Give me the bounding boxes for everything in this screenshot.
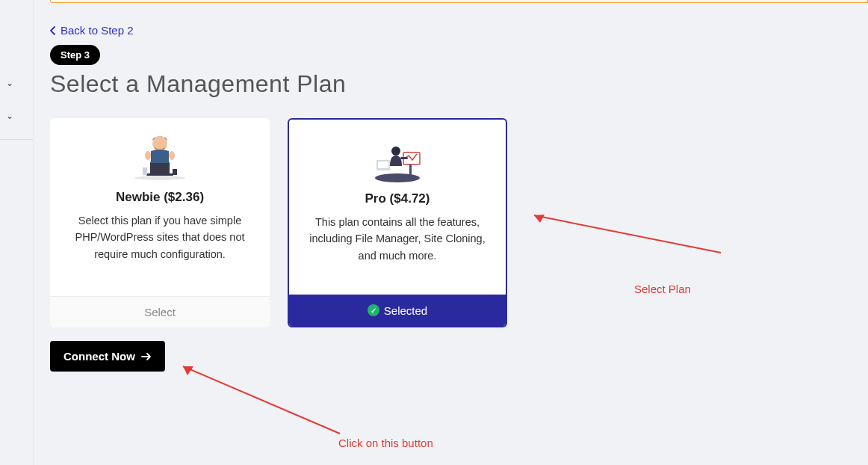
- plan-description: This plan contains all the features, inc…: [304, 214, 491, 264]
- plan-cards: Newbie ($2.36) Select this plan if you h…: [50, 118, 507, 327]
- connect-now-label: Connect Now: [63, 350, 135, 363]
- main-content: Back to Step 2 Step 3 Select a Managemen…: [33, 0, 868, 465]
- select-button[interactable]: Select: [50, 296, 270, 327]
- svg-line-15: [534, 215, 721, 253]
- plan-title: Newbie ($2.36): [116, 190, 204, 205]
- back-link[interactable]: Back to Step 2: [50, 24, 134, 37]
- svg-point-1: [152, 136, 167, 151]
- alert-bar: [50, 0, 868, 3]
- svg-point-0: [134, 176, 185, 180]
- select-button-label: Select: [144, 306, 176, 318]
- plan-title: Pro ($4.72): [365, 191, 430, 206]
- arrow-annotation-icon: [527, 208, 728, 260]
- plan-description: Select this plan if you have simple PHP/…: [65, 212, 255, 262]
- selected-label: Selected: [384, 304, 427, 317]
- back-link-label: Back to Step 2: [61, 24, 134, 37]
- svg-rect-10: [378, 161, 388, 168]
- svg-point-7: [169, 151, 175, 160]
- svg-rect-12: [409, 164, 412, 176]
- pro-illustration: [368, 135, 427, 182]
- chevron-down-icon[interactable]: ⌄: [6, 78, 13, 88]
- svg-point-8: [375, 173, 420, 182]
- connect-now-button[interactable]: Connect Now: [50, 341, 165, 372]
- svg-rect-4: [143, 167, 147, 175]
- svg-rect-2: [150, 161, 170, 175]
- svg-rect-5: [173, 169, 177, 175]
- svg-rect-14: [400, 157, 408, 159]
- sidebar: ⌄ ⌄: [0, 0, 33, 465]
- plan-card-body: Pro ($4.72) This plan contains all the f…: [289, 120, 506, 295]
- plan-card-body: Newbie ($2.36) Select this plan if you h…: [50, 118, 270, 296]
- selected-indicator: ✓ Selected: [289, 295, 506, 326]
- arrow-annotation-icon: [176, 359, 347, 441]
- svg-rect-3: [146, 173, 173, 176]
- svg-marker-18: [183, 366, 193, 375]
- chevron-down-icon[interactable]: ⌄: [6, 111, 13, 121]
- check-icon: ✓: [368, 304, 379, 316]
- page-title: Select a Management Plan: [50, 70, 346, 98]
- chevron-left-icon: [50, 26, 56, 35]
- annotation-click-button: Click on this button: [338, 437, 433, 449]
- svg-point-6: [145, 151, 151, 160]
- arrow-right-icon: [141, 352, 152, 361]
- svg-point-13: [391, 147, 400, 155]
- plan-card-pro[interactable]: Pro ($4.72) This plan contains all the f…: [288, 118, 507, 327]
- divider: [0, 139, 33, 140]
- newbie-illustration: [130, 133, 190, 181]
- plan-card-newbie[interactable]: Newbie ($2.36) Select this plan if you h…: [50, 118, 270, 327]
- svg-marker-16: [534, 215, 545, 223]
- step-badge: Step 3: [50, 45, 100, 65]
- annotation-select-plan: Select Plan: [634, 283, 691, 295]
- svg-line-17: [183, 366, 340, 434]
